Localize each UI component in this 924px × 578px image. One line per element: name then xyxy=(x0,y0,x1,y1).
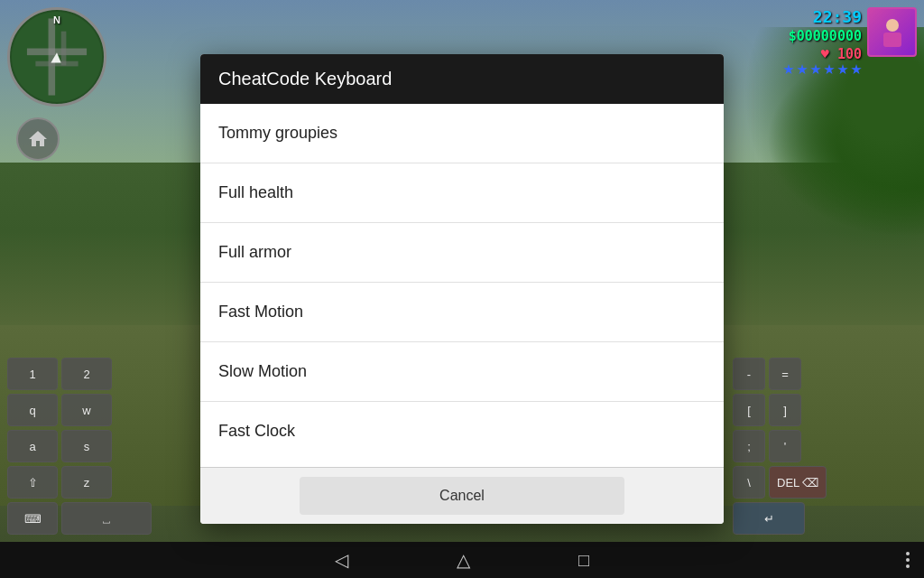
dialog-footer: Cancel xyxy=(200,467,724,524)
dialog-title: CheatCode Keyboard xyxy=(200,54,724,104)
dialog-item-fast-clock[interactable]: Fast Clock xyxy=(200,402,724,461)
dialog-list: Tommy groupiesFull healthFull armorFast … xyxy=(200,104,724,467)
dialog-overlay: CheatCode Keyboard Tommy groupiesFull he… xyxy=(0,0,924,578)
cancel-button[interactable]: Cancel xyxy=(300,477,624,515)
cheatcode-dialog: CheatCode Keyboard Tommy groupiesFull he… xyxy=(200,54,724,524)
dialog-item-slow-motion[interactable]: Slow Motion xyxy=(200,342,724,402)
dialog-item-tommy-groupies[interactable]: Tommy groupies xyxy=(200,104,724,163)
dialog-item-full-health[interactable]: Full health xyxy=(200,163,724,223)
dialog-item-full-armor[interactable]: Full armor xyxy=(200,223,724,283)
dialog-item-fast-motion[interactable]: Fast Motion xyxy=(200,283,724,342)
